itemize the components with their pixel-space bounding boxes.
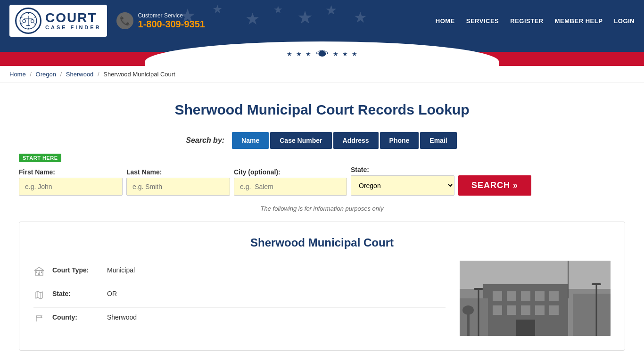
info-row-county: County: Sherwood bbox=[33, 308, 446, 331]
city-input[interactable] bbox=[234, 178, 347, 196]
tab-address[interactable]: Address bbox=[333, 132, 379, 149]
svg-rect-42 bbox=[573, 294, 611, 336]
last-name-group: Last Name: bbox=[126, 168, 230, 196]
breadcrumb-sep-2: / bbox=[60, 71, 62, 78]
svg-rect-29 bbox=[493, 291, 502, 301]
nav-member-help[interactable]: MEMBER HELP bbox=[555, 17, 603, 25]
svg-rect-33 bbox=[549, 291, 559, 301]
nav-home[interactable]: HOME bbox=[436, 17, 455, 25]
svg-rect-47 bbox=[467, 313, 470, 336]
nav-register[interactable]: REGISTER bbox=[510, 17, 543, 25]
site-header: ★ ★ ★ ★ ★ ★ ★ ★ ★ ★ ★ ★ ★ bbox=[0, 0, 644, 41]
tab-name[interactable]: Name bbox=[232, 132, 269, 149]
city-group: City (optional): bbox=[234, 168, 347, 196]
main-content: Sherwood Municipal Court Records Lookup … bbox=[0, 83, 644, 360]
star-left-3: ★ bbox=[305, 50, 311, 58]
breadcrumb-home[interactable]: Home bbox=[9, 71, 26, 78]
main-nav: HOME SERVICES REGISTER MEMBER HELP LOGIN bbox=[436, 17, 635, 25]
tab-case-number[interactable]: Case Number bbox=[270, 132, 331, 149]
svg-point-9 bbox=[23, 20, 25, 23]
star-right-3: ★ bbox=[352, 50, 357, 58]
svg-point-48 bbox=[462, 305, 474, 315]
state-info-value: OR bbox=[107, 290, 117, 297]
court-type-label: Court Type: bbox=[52, 266, 99, 274]
last-name-label: Last Name: bbox=[126, 168, 230, 176]
svg-rect-41 bbox=[460, 298, 488, 336]
logo-icon: ★ ★ ★ ★ ★ ★ bbox=[19, 11, 38, 30]
svg-point-15 bbox=[321, 50, 323, 53]
state-group: State: Oregon Alabama Alaska Arizona Cal… bbox=[351, 166, 454, 196]
svg-text:★: ★ bbox=[21, 16, 23, 18]
customer-service: 📞 Customer Service 1-800-309-9351 bbox=[116, 12, 205, 30]
court-photo-section bbox=[460, 261, 611, 336]
city-label: City (optional): bbox=[234, 168, 347, 176]
svg-rect-20 bbox=[38, 273, 40, 275]
tab-email[interactable]: Email bbox=[420, 132, 456, 149]
cs-label: Customer Service bbox=[138, 12, 205, 19]
court-card-title: Sherwood Municipal Court bbox=[33, 236, 611, 249]
search-section: Search by: Name Case Number Address Phon… bbox=[19, 132, 625, 196]
breadcrumb-sherwood[interactable]: Sherwood bbox=[66, 71, 94, 78]
svg-rect-18 bbox=[39, 272, 40, 273]
county-info-value: Sherwood bbox=[107, 313, 137, 321]
last-name-input[interactable] bbox=[126, 178, 230, 196]
svg-rect-30 bbox=[507, 291, 516, 301]
svg-text:★: ★ bbox=[21, 23, 23, 25]
search-button[interactable]: SEARCH » bbox=[458, 175, 531, 196]
nav-services[interactable]: SERVICES bbox=[466, 17, 499, 25]
court-photo bbox=[460, 261, 611, 336]
breadcrumb: Home / Oregon / Sherwood / Sherwood Muni… bbox=[0, 66, 644, 83]
svg-rect-38 bbox=[549, 305, 559, 315]
first-name-input[interactable] bbox=[19, 178, 123, 196]
svg-rect-35 bbox=[507, 305, 516, 315]
search-by-row: Search by: Name Case Number Address Phon… bbox=[19, 132, 625, 149]
svg-rect-31 bbox=[521, 291, 530, 301]
breadcrumb-sep-1: / bbox=[30, 71, 32, 78]
svg-rect-45 bbox=[474, 288, 483, 290]
star-left-2: ★ bbox=[296, 50, 302, 58]
cs-phone: 1-800-309-9351 bbox=[138, 19, 205, 30]
court-photo-svg bbox=[460, 261, 611, 336]
nav-login[interactable]: LOGIN bbox=[614, 17, 635, 25]
location-icon bbox=[33, 314, 45, 325]
court-info-card: Sherwood Municipal Court bbox=[19, 222, 625, 351]
header-left: ★ ★ ★ ★ ★ ★ COURT CASE bbox=[9, 5, 205, 37]
county-info-label: County: bbox=[52, 313, 99, 321]
search-form-row: First Name: Last Name: City (optional): … bbox=[19, 166, 625, 196]
state-label: State: bbox=[351, 166, 454, 173]
white-arc: ★ ★ ★ ★ ★ ★ bbox=[145, 41, 499, 66]
breadcrumb-sep-3: / bbox=[98, 71, 99, 78]
state-select[interactable]: Oregon Alabama Alaska Arizona California… bbox=[351, 175, 454, 196]
logo-case-finder-text: CASE FINDER bbox=[45, 25, 101, 30]
breadcrumb-oregon[interactable]: Oregon bbox=[36, 71, 56, 78]
court-building-icon bbox=[33, 267, 45, 278]
svg-rect-32 bbox=[535, 291, 545, 301]
banner-section: ★ ★ ★ ★ ★ ★ bbox=[0, 41, 644, 66]
info-row-court-type: Court Type: Municipal bbox=[33, 261, 446, 284]
svg-rect-36 bbox=[521, 305, 530, 315]
page-title: Sherwood Municipal Court Records Lookup bbox=[19, 102, 625, 118]
logo-court-text: COURT bbox=[45, 11, 97, 25]
logo-text: COURT CASE FINDER bbox=[45, 11, 101, 30]
tab-phone[interactable]: Phone bbox=[380, 132, 419, 149]
svg-rect-39 bbox=[516, 320, 535, 336]
svg-rect-37 bbox=[535, 305, 545, 315]
breadcrumb-current: Sherwood Municipal Court bbox=[103, 71, 175, 78]
phone-icon: 📞 bbox=[116, 12, 133, 29]
svg-rect-46 bbox=[592, 283, 601, 285]
logo-container[interactable]: ★ ★ ★ ★ ★ ★ COURT CASE bbox=[9, 5, 107, 37]
state-info-label: State: bbox=[52, 290, 99, 297]
court-info-left: Court Type: Municipal State: OR bbox=[33, 261, 446, 336]
star-right-2: ★ bbox=[342, 50, 348, 58]
logo-circle: ★ ★ ★ ★ ★ ★ bbox=[15, 8, 41, 34]
first-name-label: First Name: bbox=[19, 168, 123, 176]
first-name-group: First Name: bbox=[19, 168, 123, 196]
info-row-state: State: OR bbox=[33, 284, 446, 308]
court-type-value: Municipal bbox=[107, 266, 135, 274]
svg-marker-21 bbox=[34, 267, 44, 271]
svg-rect-34 bbox=[493, 305, 502, 315]
eagle-icon bbox=[315, 47, 329, 60]
map-icon bbox=[33, 290, 45, 302]
start-here-badge: START HERE bbox=[19, 154, 61, 162]
svg-rect-17 bbox=[36, 272, 37, 273]
